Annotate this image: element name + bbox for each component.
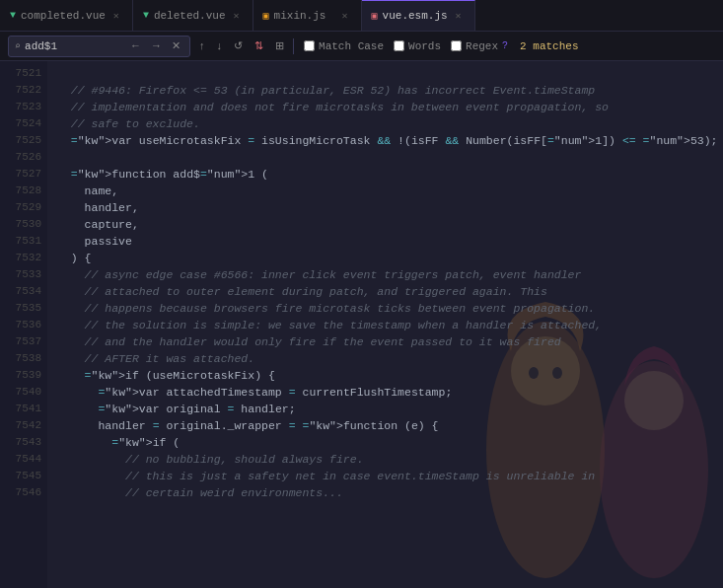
code-line: // the solution is simple: we save the t… xyxy=(57,317,713,333)
search-prev-button[interactable]: ← xyxy=(127,39,144,52)
code-line: // async edge case #6566: inner click ev… xyxy=(57,266,713,283)
tab-completed-vue[interactable]: ▼ completed.vue ✕ xyxy=(0,0,133,31)
code-line: // attached to outer element during patc… xyxy=(57,283,713,300)
words-label: Words xyxy=(408,40,441,52)
tab-close-button[interactable]: ✕ xyxy=(453,9,465,23)
js-icon: ▣ xyxy=(263,10,269,22)
tab-deleted-vue[interactable]: ▼ deleted.vue ✕ xyxy=(133,0,253,31)
code-line: passive xyxy=(57,233,713,250)
code-line: // this is just a safety net in case eve… xyxy=(57,468,713,484)
code-line: name, xyxy=(57,183,713,199)
search-filter-button[interactable]: ⇅ xyxy=(252,39,266,52)
vue-icon: ▼ xyxy=(10,10,16,21)
code-line: ) { xyxy=(57,250,713,266)
search-clear-button[interactable]: ✕ xyxy=(169,39,183,52)
match-case-option[interactable]: Match Case xyxy=(304,40,384,52)
search-next-button[interactable]: → xyxy=(148,39,165,52)
code-line: ="kw">var attachedTimestamp = currentFlu… xyxy=(57,384,713,401)
tab-mixin-js[interactable]: ▣ mixin.js ✕ xyxy=(253,0,362,31)
search-expand-button[interactable]: ⊞ xyxy=(272,39,287,52)
code-line: // AFTER it was attached. xyxy=(57,350,713,367)
tab-label: completed.vue xyxy=(21,10,106,22)
code-area: 7521752275237524752575267527752875297530… xyxy=(0,61,723,588)
tab-close-button[interactable]: ✕ xyxy=(110,9,122,23)
tab-bar: ▼ completed.vue ✕ ▼ deleted.vue ✕ ▣ mixi… xyxy=(0,0,723,32)
code-line: capture, xyxy=(57,216,713,233)
tab-vue-esm-js[interactable]: ▣ vue.esm.js ✕ xyxy=(362,0,475,31)
code-line: ="kw">var useMicrotaskFix = isUsingMicro… xyxy=(57,132,713,149)
match-case-label: Match Case xyxy=(319,40,384,52)
matches-badge: 2 matches xyxy=(520,40,578,52)
regex-help-icon: ? xyxy=(502,40,508,51)
code-line: // #9446: Firefox <= 53 (in particular, … xyxy=(57,82,713,99)
code-line: // happens because browsers fire microta… xyxy=(57,300,713,317)
words-checkbox[interactable] xyxy=(394,40,404,51)
code-line: handler = original._wrapper = ="kw">func… xyxy=(57,417,713,434)
tab-label: mixin.js xyxy=(274,10,326,22)
code-line: ="kw">if ( xyxy=(57,434,713,451)
search-input-wrap: ⌕ ← → ✕ xyxy=(8,36,190,57)
code-line: // and the handler would only fire if th… xyxy=(57,333,713,350)
line-numbers: 7521752275237524752575267527752875297530… xyxy=(0,61,47,588)
search-bar: ⌕ ← → ✕ ↑ ↓ ↺ ⇅ ⊞ Match Case Words Regex… xyxy=(0,32,723,61)
code-content: // #9446: Firefox <= 53 (in particular, … xyxy=(47,61,723,588)
search-down-button[interactable]: ↓ xyxy=(214,39,226,52)
code-line: ="kw">if (useMicrotaskFix) { xyxy=(57,367,713,384)
tab-close-button[interactable]: ✕ xyxy=(231,9,243,23)
ts-icon: ▣ xyxy=(372,10,378,22)
tab-close-button[interactable]: ✕ xyxy=(339,9,351,23)
words-option[interactable]: Words xyxy=(394,40,441,52)
code-line: // safe to exclude. xyxy=(57,115,713,132)
regex-option[interactable]: Regex ? xyxy=(451,40,508,52)
search-options: Match Case Words Regex ? xyxy=(304,40,508,52)
divider xyxy=(293,38,294,54)
code-line: // no bubbling, should always fire. xyxy=(57,451,713,468)
code-line xyxy=(57,65,713,82)
search-up-button[interactable]: ↑ xyxy=(196,39,208,52)
search-refresh-button[interactable]: ↺ xyxy=(231,39,246,52)
code-line: handler, xyxy=(57,199,713,216)
regex-label: Regex xyxy=(466,40,498,52)
code-line: ="kw">var original = handler; xyxy=(57,401,713,417)
tab-label: deleted.vue xyxy=(154,10,226,22)
search-input[interactable] xyxy=(25,40,123,52)
search-icon: ⌕ xyxy=(15,40,21,52)
vue-icon: ▼ xyxy=(143,10,149,21)
match-case-checkbox[interactable] xyxy=(304,40,315,51)
code-line: ="kw">function add$="num">1 ( xyxy=(57,166,713,183)
regex-checkbox[interactable] xyxy=(451,40,462,51)
code-line xyxy=(57,149,713,166)
code-line: // implementation and does not fire micr… xyxy=(57,99,713,115)
tab-label: vue.esm.js xyxy=(383,10,448,22)
code-line: // certain weird environments... xyxy=(57,484,713,501)
